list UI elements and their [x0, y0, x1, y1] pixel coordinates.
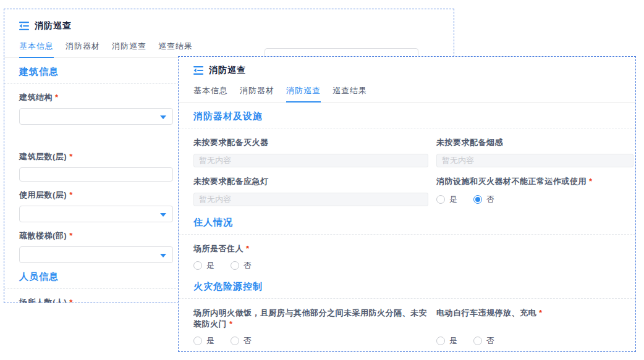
radio-label: 是 [206, 260, 214, 271]
field-label-smoke: 未按要求配备烟感 [436, 137, 633, 148]
radio-circle-icon [231, 261, 239, 270]
menu-fold-icon[interactable] [193, 66, 203, 75]
field-label-extinguisher: 未按要求配备灭火器 [193, 137, 428, 148]
radio-circle-icon [231, 337, 239, 345]
spacer [19, 125, 173, 151]
field-label-used-floors: 使用层数(层)* [19, 190, 173, 201]
back-form: 建筑结构* 建筑层数(层)* 使用层数(层)* 疏散楼梯(部)* [19, 92, 173, 263]
radio-no[interactable]: 否 [231, 335, 252, 346]
section-rule [179, 234, 635, 235]
radio-no[interactable]: 否 [231, 260, 252, 271]
ebike-radio-group: 是 否 [436, 335, 633, 346]
back-form-people: 场所人数(人)* [19, 297, 173, 303]
open-fire-radio-group: 是 否 [193, 335, 428, 346]
tab-basic-info[interactable]: 基本信息 [19, 41, 54, 58]
back-header: 消防巡查 [19, 20, 454, 31]
field-label-structure: 建筑结构* [19, 92, 173, 103]
field-label-emergency-light: 未按要求配备应急灯 [193, 176, 428, 187]
radio-circle-icon [473, 337, 482, 345]
window-fire-patrol: 消防巡查 基本信息 消防器材 消防巡查 巡查结果 消防器材及设施 未按要求配备灭… [178, 56, 636, 352]
field-label-floors: 建筑层数(层)* [19, 151, 173, 162]
emergency-light-input-disabled: 暂无内容 [193, 193, 428, 206]
tab-patrol-result[interactable]: 巡查结果 [333, 85, 367, 102]
stairs-select[interactable] [19, 246, 173, 263]
residence-block: 场所是否住人* 是 否 [193, 243, 635, 271]
radio-label: 否 [486, 194, 494, 205]
required-mark: * [69, 231, 73, 240]
radio-circle-checked-icon [473, 195, 482, 204]
tab-fire-equipment[interactable]: 消防器材 [66, 41, 100, 57]
front-header: 消防巡查 [193, 65, 635, 76]
extinguisher-input-disabled: 暂无内容 [193, 154, 428, 167]
radio-label: 是 [449, 335, 457, 346]
radio-no[interactable]: 否 [473, 335, 494, 346]
field-label-ebike: 电动自行车违规停放、充电* [436, 308, 633, 330]
required-mark: * [229, 319, 233, 329]
radio-yes[interactable]: 是 [436, 194, 457, 205]
facility-fail-radio-group: 是 否 [436, 193, 633, 206]
section-title-residence: 住人情况 [193, 217, 635, 228]
front-tabbar: 基本信息 消防器材 消防巡查 巡查结果 [179, 85, 635, 103]
radio-circle-icon [193, 337, 202, 345]
tab-fire-equipment[interactable]: 消防器材 [240, 85, 274, 102]
equipment-grid: 未按要求配备灭火器 未按要求配备烟感 暂无内容 暂无内容 未按要求配备应急灯 消… [193, 128, 633, 206]
required-mark: * [55, 93, 59, 102]
chevron-down-icon [160, 213, 166, 217]
required-mark: * [246, 244, 250, 253]
floors-input[interactable] [19, 167, 173, 182]
section-title-hazard: 火灾危险源控制 [193, 281, 635, 293]
page-canvas: 消防巡查 基本信息 消防器材 消防巡查 巡查结果 建筑信息 建筑结构* 建筑层数… [0, 0, 644, 360]
smoke-input-disabled: 暂无内容 [436, 154, 633, 167]
radio-circle-icon [436, 195, 445, 204]
chevron-down-icon [160, 115, 166, 119]
tab-basic-info[interactable]: 基本信息 [193, 85, 228, 102]
required-mark: * [69, 190, 73, 199]
radio-label: 是 [206, 335, 214, 346]
radio-yes[interactable]: 是 [193, 335, 214, 346]
radio-no-checked[interactable]: 否 [473, 194, 494, 205]
required-mark: * [589, 177, 593, 186]
chevron-down-icon [160, 254, 166, 257]
required-mark: * [69, 298, 73, 303]
used-floors-select[interactable] [19, 206, 173, 222]
occupied-radio-group: 是 否 [193, 260, 635, 271]
page-title: 消防巡查 [35, 20, 72, 31]
radio-label: 否 [244, 335, 252, 346]
field-label-open-fire: 场所内明火做饭，且厨房与其他部分之间未采用防火分隔、未安装防火门* [193, 308, 428, 330]
radio-label: 否 [486, 335, 494, 346]
radio-yes[interactable]: 是 [436, 335, 457, 346]
radio-circle-icon [436, 337, 445, 345]
tab-fire-patrol[interactable]: 消防巡查 [286, 85, 321, 103]
radio-label: 否 [244, 260, 252, 271]
radio-label: 是 [449, 194, 457, 205]
radio-circle-icon [193, 261, 202, 270]
field-label-stairs: 疏散楼梯(部)* [19, 230, 173, 241]
radio-yes[interactable]: 是 [193, 260, 214, 271]
field-label-facility-fail: 消防设施和灭火器材不能正常运作或使用* [436, 176, 633, 187]
section-title-equipment: 消防器材及设施 [193, 111, 635, 122]
required-mark: * [69, 152, 73, 161]
structure-select[interactable] [19, 108, 173, 125]
field-label-occupied: 场所是否住人* [193, 243, 635, 254]
hazard-grid: 场所内明火做饭，且厨房与其他部分之间未采用防火分隔、未安装防火门* 电动自行车违… [193, 299, 633, 352]
field-label-people-count: 场所人数(人)* [19, 297, 173, 303]
tab-fire-patrol[interactable]: 消防巡查 [112, 41, 146, 57]
tab-patrol-result[interactable]: 巡查结果 [158, 41, 193, 57]
menu-fold-icon[interactable] [19, 22, 29, 30]
page-title: 消防巡查 [209, 65, 246, 76]
required-mark: * [539, 308, 543, 317]
